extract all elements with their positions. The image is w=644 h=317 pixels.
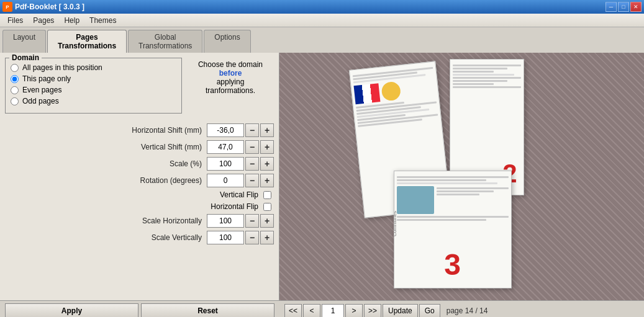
domain-legend: Domain [9,53,42,62]
vertical-flip-row: Vertical Flip [5,190,274,199]
rotation-label: Rotation (degrees) [5,176,207,185]
tab-layout[interactable]: Layout [2,30,46,53]
scale-vertically-row: Scale Vertically − + [5,231,274,244]
radio-odd-pages[interactable]: Odd pages [11,97,176,105]
menu-files[interactable]: Files [2,15,28,26]
vertical-shift-increment[interactable]: + [260,140,274,154]
rotation-decrement[interactable]: − [245,174,259,187]
radio-all-pages[interactable]: All pages in this position [11,63,176,72]
scale-horizontally-label: Scale Horizontally [5,217,207,225]
radio-this-page-label: This page only [22,74,71,83]
rotation-increment[interactable]: + [260,174,274,187]
horizontal-flip-label: Horizontal Flip [5,202,263,211]
maximize-button[interactable]: □ [618,2,629,12]
close-button[interactable]: ✕ [630,2,642,12]
bottom-bar: Apply Reset << < > >> Update Go page 14 … [0,300,644,317]
radio-even-pages-label: Even pages [22,86,61,94]
domain-hint: Choose the domain before applying tranfo… [187,58,274,118]
radio-even-pages[interactable]: Even pages [11,86,176,94]
vertical-shift-decrement[interactable]: − [245,140,259,154]
prev-page-button[interactable]: < [303,304,320,318]
vertical-shift-label: Vertical Shift (mm) [5,143,207,151]
domain-group: Domain All pages in this position This p… [5,58,182,114]
update-button[interactable]: Update [383,304,418,318]
horizontal-shift-decrement[interactable]: − [245,123,259,137]
vertical-flip-label: Vertical Flip [5,190,263,199]
hint-line2: before [187,69,274,78]
page-input[interactable] [322,304,344,318]
reset-button[interactable]: Reset [141,303,274,318]
vertical-flip-checkbox[interactable] [263,191,271,199]
horizontal-flip-row: Horizontal Flip [5,202,274,211]
radio-this-page-input[interactable] [11,75,19,83]
preview-panel: 1 2 [279,53,644,300]
left-panel: Domain All pages in this position This p… [0,53,279,300]
scale-increment[interactable]: + [260,157,274,171]
horizontal-shift-input[interactable] [207,123,244,137]
next-page-button[interactable]: > [345,304,363,318]
tab-global-transformations[interactable]: GlobalTransformations [128,30,202,53]
title-bar: P Pdf-Booklet [ 3.0.3 ] ─ □ ✕ [0,0,644,14]
scale-horizontally-increment[interactable]: + [260,214,274,228]
scale-label: Scale (%) [5,159,207,168]
hint-line1: Choose the domain [187,60,274,69]
horizontal-shift-increment[interactable]: + [260,123,274,137]
tab-bar: Layout PagesTransformations GlobalTransf… [0,27,644,53]
vertical-shift-row: Vertical Shift (mm) − + [5,140,274,154]
preview-area: 1 2 [279,53,644,300]
minimize-button[interactable]: ─ [605,2,617,12]
transform-section: Horizontal Shift (mm) − + Vertical Shift… [5,123,274,244]
first-page-button[interactable]: << [284,304,302,318]
rotation-input[interactable] [207,174,244,187]
radio-odd-pages-label: Odd pages [22,97,59,105]
navigation-bar: << < > >> Update Go page 14 / 14 [279,304,644,318]
hint-line3: applying [187,78,274,86]
scale-decrement[interactable]: − [245,157,259,171]
scale-vertically-increment[interactable]: + [260,231,274,244]
window-title: Pdf-Booklet [ 3.0.3 ] [15,2,84,11]
menu-pages[interactable]: Pages [28,15,59,26]
hint-line4: tranformations. [187,86,274,95]
radio-odd-pages-input[interactable] [11,97,19,105]
horizontal-shift-label: Horizontal Shift (mm) [5,126,207,135]
scale-input[interactable] [207,157,244,171]
radio-all-pages-input[interactable] [11,64,19,72]
book-preview: 1 2 [344,59,580,295]
radio-this-page[interactable]: This page only [11,74,176,83]
scale-vertically-decrement[interactable]: − [245,231,259,244]
app-icon: P [2,2,12,12]
horizontal-shift-row: Horizontal Shift (mm) − + [5,123,274,137]
action-buttons: Apply Reset [0,301,279,318]
vertical-shift-input[interactable] [207,140,244,154]
scale-vertically-input[interactable] [207,231,244,244]
menu-bar: Files Pages Help Themes [0,14,644,27]
rotation-row: Rotation (degrees) − + [5,174,274,187]
scale-horizontally-decrement[interactable]: − [245,214,259,228]
scale-vertically-label: Scale Vertically [5,233,207,242]
menu-themes[interactable]: Themes [84,15,121,26]
preview-page-3: Communes 3 [394,171,512,288]
apply-button[interactable]: Apply [5,303,138,318]
main-layout: Domain All pages in this position This p… [0,53,644,300]
page-number-3: 3 [444,248,461,282]
scale-horizontally-input[interactable] [207,214,244,228]
last-page-button[interactable]: >> [364,304,381,318]
horizontal-flip-checkbox[interactable] [263,203,271,211]
tab-pages-transformations[interactable]: PagesTransformations [47,30,127,53]
scale-row: Scale (%) − + [5,157,274,171]
go-button[interactable]: Go [419,304,440,318]
radio-even-pages-input[interactable] [11,86,19,94]
page-3-rotated-label: Communes [394,211,397,236]
tab-options[interactable]: Options [204,30,250,53]
radio-all-pages-label: All pages in this position [22,63,102,72]
scale-horizontally-row: Scale Horizontally − + [5,214,274,228]
menu-help[interactable]: Help [59,15,84,26]
page-info: page 14 / 14 [447,306,488,315]
